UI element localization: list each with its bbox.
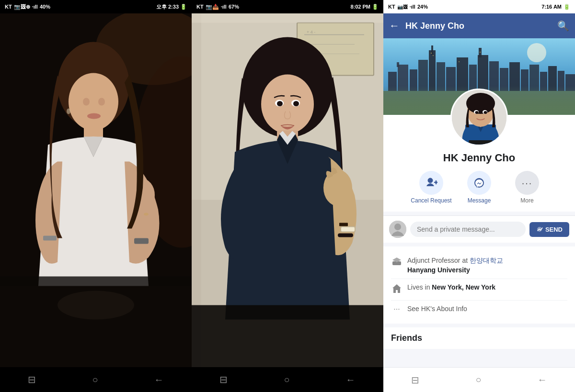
time-1: 오후 2:33 [156,3,179,11]
fb-battery-icon: 🔋 [564,4,570,10]
cancel-request-button[interactable]: Cancel Request [410,171,453,204]
home-icon [391,283,402,296]
svg-rect-59 [529,65,539,91]
svg-point-15 [144,213,149,216]
status-right-2: 8:02 PM 🔋 [350,4,379,10]
recent-apps-icon-1[interactable]: ⊟ [28,374,36,385]
fb-message-box: SEND [383,215,575,243]
icons-1: 📷🖼⊛ [14,4,30,10]
cancel-request-label: Cancel Request [411,197,451,204]
location-text: Lives in New York, New York [407,283,495,292]
person1-photo [0,13,192,367]
svg-point-73 [466,93,495,114]
svg-rect-67 [480,52,481,53]
svg-rect-55 [489,61,499,91]
about-dots-icon: ··· [391,305,402,314]
fb-action-buttons: Cancel Request Message [402,171,556,204]
nav-bar-1: ⊟ ○ ← [0,367,192,392]
svg-rect-32 [339,223,348,226]
fb-time: 7:16 AM [541,4,562,10]
messenger-send-icon [536,226,543,233]
fb-job-info: Adjunct Professor at 한양대학교 Hanyang Unive… [391,252,567,279]
message-label: Message [468,197,491,204]
home-icon-1[interactable]: ○ [92,374,98,385]
fb-content: HK Jenny Cho Cancel Request [383,38,575,367]
back-button[interactable]: ← [389,20,400,32]
svg-rect-31 [341,227,355,232]
icons-2: 📷📥 [206,4,219,10]
svg-rect-62 [558,71,564,91]
svg-point-76 [475,111,479,114]
send-button[interactable]: SEND [529,222,569,237]
fb-status-left: KT 📷🖼 ·ıll 24% [388,4,428,10]
fb-profile-section: HK Jenny Cho Cancel Request [383,115,575,212]
svg-rect-47 [429,50,436,91]
svg-point-36 [277,101,283,106]
svg-point-13 [67,109,70,114]
time-2: 8:02 PM [350,4,370,10]
svg-rect-44 [397,62,399,67]
svg-rect-52 [469,65,477,91]
svg-text:+ 4 -: + 4 - [307,30,315,34]
more-button[interactable]: ··· More [506,171,549,204]
phone-panel-1: KT 📷🖼⊛ ·ıll 40% 오후 2:33 🔋 [0,0,192,392]
facebook-panel: KT 📷🖼 ·ıll 24% 7:16 AM 🔋 ← HK Jenny Cho … [383,0,575,392]
fb-battery-val: 24% [417,4,428,10]
message-button[interactable]: Message [458,171,501,204]
fb-location-info: Lives in New York, New York [391,279,567,301]
fb-back-nav-icon[interactable]: ← [538,374,547,385]
battery-icon-2: 🔋 [372,4,379,10]
svg-rect-56 [500,68,508,91]
fb-nav-bar: ⊟ ○ ← [383,367,575,392]
carrier-1: KT [5,4,12,10]
more-dots-icon: ··· [522,178,533,189]
carrier-2: KT [196,4,204,10]
fb-msg-user-avatar [389,221,406,238]
battery-1: 40% [40,4,50,10]
svg-rect-9 [134,238,149,244]
cancel-request-icon-circle [419,171,443,195]
location-value: New York, New York [432,283,495,291]
about-link-text[interactable]: See HK's About Info [407,304,467,314]
search-icon[interactable]: 🔍 [557,20,569,32]
svg-point-12 [87,113,101,119]
svg-rect-42 [388,72,397,91]
fb-profile-avatar [450,89,508,146]
fb-recent-apps-icon[interactable]: ⊟ [411,374,419,386]
job-text: Adjunct Professor at 한양대학교 Hanyang Unive… [407,256,503,275]
back-icon-1[interactable]: ← [154,374,164,385]
fb-carrier: KT [388,4,395,10]
person2-photo: + 4 - [192,13,383,367]
university-link[interactable]: 한양대학교 [470,257,503,264]
status-left-1: KT 📷🖼⊛ ·ıll 40% [5,4,50,10]
svg-point-10 [83,98,90,106]
fb-status-icons: 📷🖼 [397,4,408,10]
fb-about-info[interactable]: ··· See HK's About Info [391,301,567,318]
more-label: More [520,197,533,204]
svg-rect-53 [478,55,488,91]
fb-signal: ·ıll [410,4,415,10]
home-icon-2[interactable]: ○ [284,374,289,385]
fb-status-bar: KT 📷🖼 ·ıll 24% 7:16 AM 🔋 [383,0,575,13]
svg-rect-50 [446,67,456,91]
svg-rect-58 [521,69,529,91]
fb-home-icon[interactable]: ○ [475,374,481,385]
battery-2: 67% [229,4,239,10]
svg-rect-46 [418,60,428,91]
friends-title: Friends [391,333,567,343]
svg-rect-43 [398,65,408,91]
svg-rect-45 [410,69,417,91]
svg-rect-51 [457,57,468,91]
svg-point-84 [394,224,401,230]
svg-point-11 [98,98,105,106]
fb-profile-header-name: HK Jenny Cho [405,21,552,31]
fb-friends-section: Friends [383,327,575,349]
back-icon-2[interactable]: ← [346,374,356,385]
svg-rect-70 [469,140,493,146]
private-message-input[interactable] [410,222,526,237]
svg-point-37 [293,101,299,106]
graduation-cap-icon [391,257,402,269]
svg-rect-63 [565,74,575,91]
svg-rect-60 [540,72,547,91]
recent-apps-icon-2[interactable]: ⊟ [219,374,228,385]
